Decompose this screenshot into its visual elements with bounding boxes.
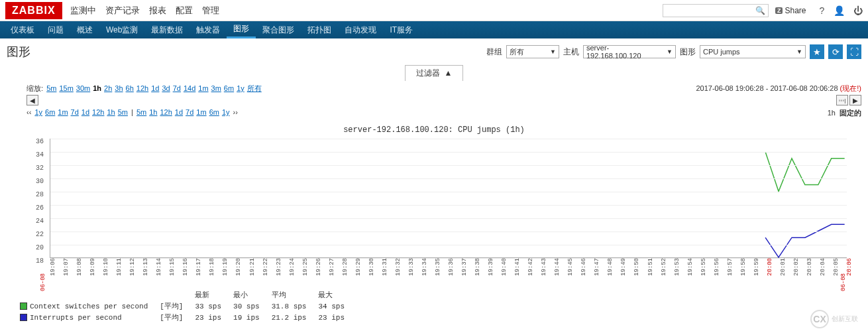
search-input[interactable]: 🔍: [663, 4, 769, 17]
y-tick: 34: [36, 151, 44, 159]
nav-link[interactable]: 7d: [71, 108, 79, 116]
zoom-link[interactable]: 1m: [198, 84, 208, 92]
x-tick: 19:49: [620, 258, 627, 276]
topnav-item[interactable]: 管理: [202, 5, 219, 17]
subnav-item[interactable]: 概述: [70, 21, 99, 38]
filter-widget: 过滤器 ▲: [0, 65, 868, 81]
x-tick: 19:57: [727, 258, 733, 276]
user-icon[interactable]: 👤: [834, 5, 845, 16]
nav-right-arrows[interactable]: ››: [231, 108, 238, 116]
share-button[interactable]: Z Share: [775, 6, 806, 15]
nav-link[interactable]: 5m: [136, 108, 146, 116]
zoom-link[interactable]: 1y: [237, 84, 244, 92]
zoom-link[interactable]: 7d: [173, 84, 181, 92]
zoom-link[interactable]: 6h: [126, 84, 134, 92]
prev-arrow[interactable]: ◀: [27, 95, 38, 105]
gridline: [50, 152, 847, 153]
subnav-item[interactable]: 聚合图形: [256, 21, 301, 38]
zoom-link[interactable]: 3d: [162, 84, 170, 92]
nav-link[interactable]: 6m: [209, 108, 219, 116]
legend-name: Context switches per second: [15, 301, 153, 311]
zoom-link[interactable]: 3m: [211, 84, 221, 92]
zoom-link[interactable]: 1d: [151, 84, 159, 92]
legend-name: Interrupts per second: [15, 312, 153, 322]
legend: 最新最小平均最大Context switches per second[平均]3…: [13, 289, 855, 324]
arrow-row: ◀ ◦◦◦| ▶: [0, 95, 868, 107]
zoom-link[interactable]: 30m: [76, 84, 90, 92]
gridline: [50, 139, 847, 139]
nav-link[interactable]: 1y: [222, 108, 230, 116]
nav-link[interactable]: 12h: [160, 108, 172, 116]
zoom-link[interactable]: 15m: [59, 84, 73, 92]
x-tick: 19:58: [740, 258, 747, 276]
chart-area[interactable]: 18202224262830323436: [50, 139, 847, 258]
legend-cell: [平均]: [154, 301, 188, 311]
zoom-link[interactable]: 3h: [115, 84, 123, 92]
zoom-link[interactable]: 6m: [224, 84, 234, 92]
topnav-item[interactable]: 资产记录: [105, 5, 140, 17]
sub-nav: 仪表板问题概述Web监测最新数据触发器图形聚合图形拓扑图自动发现IT服务: [0, 21, 868, 38]
topbar-right: 🔍 Z Share ? 👤 ⏻: [663, 4, 863, 17]
help-icon[interactable]: ?: [820, 5, 825, 16]
search-icon: 🔍: [755, 6, 765, 15]
subnav-item[interactable]: 触发器: [190, 21, 227, 38]
x-tick: 19:28: [342, 258, 349, 276]
subnav-item[interactable]: 拓扑图: [301, 21, 338, 38]
nav-link[interactable]: 1m: [196, 108, 206, 116]
zoom-row: 缩放: 5m15m30m1h2h3h6h12h1d3d7d14d1m3m6m1y…: [0, 81, 868, 95]
zoom-label: 缩放:: [27, 84, 43, 92]
filter-toggle[interactable]: 过滤器 ▲: [405, 65, 464, 81]
host-label: 主机: [563, 46, 579, 58]
topnav-item[interactable]: 监测中: [70, 5, 96, 17]
zoom-link[interactable]: 14d: [184, 84, 195, 92]
nav-link[interactable]: 12h: [92, 108, 104, 116]
chart-container: server-192.168.100.120: CPU jumps (1h) 1…: [13, 125, 855, 285]
legend-cell: 19 ips: [228, 312, 265, 322]
dots-button[interactable]: ◦◦◦|: [836, 95, 848, 105]
nav-link[interactable]: 6m: [45, 108, 55, 116]
subnav-item[interactable]: 自动发现: [338, 21, 383, 38]
zoom-link[interactable]: 1h: [93, 84, 101, 92]
x-tick: 19:26: [315, 258, 322, 276]
zoom-link[interactable]: 12h: [136, 84, 148, 92]
watermark-logo-icon: CX: [810, 310, 829, 328]
nav-link[interactable]: 1h: [107, 108, 115, 116]
subnav-item[interactable]: 仪表板: [4, 21, 41, 38]
x-tick: 19:06: [50, 258, 56, 276]
nav-link[interactable]: 7d: [186, 108, 193, 116]
subnav-item[interactable]: 问题: [41, 21, 70, 38]
nav-link[interactable]: 5m: [118, 108, 128, 116]
logout-icon[interactable]: ⏻: [853, 5, 863, 16]
subnav-item[interactable]: IT服务: [383, 21, 419, 38]
zoom-link[interactable]: 5m: [46, 84, 56, 92]
nav-left-arrows[interactable]: ‹‹: [27, 108, 33, 116]
legend-cell: 21.2 ips: [266, 312, 312, 322]
nav-link[interactable]: 1m: [58, 108, 68, 116]
next-arrow[interactable]: ▶: [849, 95, 861, 105]
axis-date-right: 06-08: [840, 273, 847, 291]
topnav-item[interactable]: 报表: [149, 5, 166, 17]
x-tick: 19:07: [63, 258, 70, 276]
subnav-item[interactable]: Web监测: [99, 21, 144, 38]
topnav-item[interactable]: 配置: [176, 5, 193, 17]
refresh-button[interactable]: ⟳: [828, 44, 843, 59]
graph-select[interactable]: CPU jumps: [700, 45, 806, 58]
nav-link[interactable]: 1d: [175, 108, 183, 116]
x-tick: 19:54: [687, 258, 694, 276]
subnav-item[interactable]: 图形: [227, 21, 256, 38]
x-tick: 19:45: [567, 258, 574, 276]
zoom-link[interactable]: 所有: [247, 84, 262, 92]
time-to: 2017-06-08 20:06:28: [770, 84, 838, 92]
fullscreen-button[interactable]: ⛶: [847, 44, 861, 59]
host-select[interactable]: server-192.168.100.120: [583, 45, 676, 58]
group-select[interactable]: 所有: [506, 45, 559, 58]
subnav-item[interactable]: 最新数据: [144, 21, 190, 38]
nav-link[interactable]: 1d: [81, 108, 89, 116]
zoom-link[interactable]: 2h: [104, 84, 112, 92]
favorite-button[interactable]: ★: [810, 44, 824, 59]
top-nav: 监测中资产记录报表配置管理: [70, 5, 219, 17]
logo: ZABBIX: [5, 2, 62, 19]
nav-link[interactable]: 1h: [149, 108, 157, 116]
x-tick: 19:19: [222, 258, 229, 276]
nav-link[interactable]: 1y: [34, 108, 42, 116]
